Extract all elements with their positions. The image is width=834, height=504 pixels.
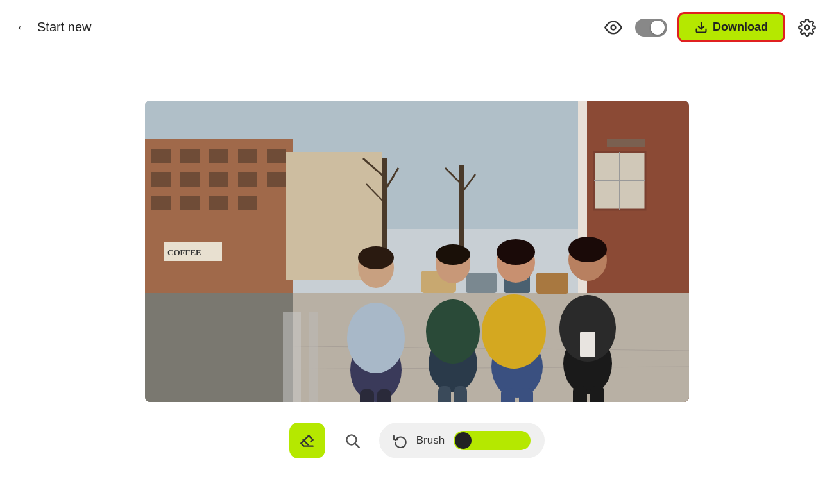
svg-rect-9 bbox=[209, 149, 228, 163]
main-content: COFFEE bbox=[0, 55, 834, 504]
svg-rect-18 bbox=[180, 196, 200, 210]
svg-point-52 bbox=[358, 246, 394, 269]
back-arrow-icon: ← bbox=[15, 19, 30, 36]
brush-size-slider[interactable] bbox=[454, 431, 531, 450]
eraser-tool-button[interactable] bbox=[289, 423, 325, 458]
svg-point-2 bbox=[805, 25, 810, 29]
svg-rect-6 bbox=[145, 139, 293, 306]
svg-line-83 bbox=[355, 444, 359, 448]
svg-rect-7 bbox=[151, 149, 171, 163]
start-new-label: Start new bbox=[37, 20, 91, 35]
header: ← Start new Download bbox=[0, 0, 834, 55]
brush-slider-knob bbox=[455, 432, 472, 449]
eraser-icon bbox=[299, 432, 316, 449]
svg-rect-20 bbox=[238, 196, 257, 210]
svg-rect-15 bbox=[238, 172, 257, 187]
svg-point-50 bbox=[347, 303, 405, 373]
eye-icon[interactable] bbox=[602, 16, 625, 39]
download-label: Download bbox=[713, 21, 768, 34]
svg-rect-53 bbox=[360, 389, 374, 402]
svg-rect-54 bbox=[377, 389, 391, 402]
svg-point-0 bbox=[611, 25, 616, 29]
svg-rect-35 bbox=[607, 139, 645, 147]
svg-point-76 bbox=[568, 237, 607, 262]
svg-rect-8 bbox=[180, 149, 200, 163]
svg-rect-77 bbox=[573, 386, 587, 402]
toggle-track[interactable] bbox=[635, 19, 667, 37]
brush-panel: Brush bbox=[379, 423, 545, 458]
search-icon bbox=[344, 432, 361, 449]
svg-text:COFFEE: COFFEE bbox=[167, 248, 201, 257]
svg-rect-69 bbox=[501, 388, 515, 402]
toggle-knob bbox=[651, 21, 665, 35]
svg-point-60 bbox=[436, 244, 470, 265]
brush-label: Brush bbox=[416, 434, 445, 447]
svg-rect-10 bbox=[238, 149, 257, 163]
svg-rect-17 bbox=[151, 196, 171, 210]
svg-rect-81 bbox=[580, 332, 595, 357]
svg-rect-42 bbox=[145, 293, 293, 402]
download-icon bbox=[695, 21, 708, 34]
image-container: COFFEE bbox=[145, 101, 689, 402]
svg-rect-11 bbox=[267, 149, 286, 163]
svg-rect-61 bbox=[438, 386, 451, 402]
svg-rect-13 bbox=[180, 172, 200, 187]
search-tool-button[interactable] bbox=[338, 426, 366, 455]
svg-rect-19 bbox=[209, 196, 228, 210]
svg-rect-48 bbox=[536, 273, 568, 294]
svg-rect-14 bbox=[209, 172, 228, 187]
svg-rect-44 bbox=[309, 312, 318, 402]
download-button[interactable]: Download bbox=[677, 12, 785, 42]
svg-rect-16 bbox=[267, 172, 286, 187]
toggle-switch[interactable] bbox=[635, 19, 667, 37]
svg-rect-46 bbox=[466, 273, 497, 293]
svg-rect-78 bbox=[590, 386, 604, 402]
header-right-controls: Download bbox=[602, 12, 819, 42]
undo-icon bbox=[393, 433, 407, 448]
svg-rect-62 bbox=[454, 386, 467, 402]
svg-rect-70 bbox=[519, 388, 533, 402]
svg-point-66 bbox=[482, 294, 546, 369]
toolbar: Brush bbox=[289, 423, 545, 458]
street-scene-image: COFFEE bbox=[145, 101, 689, 402]
svg-rect-43 bbox=[283, 312, 301, 402]
start-new-button[interactable]: ← Start new bbox=[15, 19, 91, 36]
svg-rect-12 bbox=[151, 172, 171, 187]
svg-point-58 bbox=[426, 299, 480, 364]
svg-point-68 bbox=[497, 239, 535, 265]
settings-icon[interactable] bbox=[796, 16, 819, 39]
undo-button[interactable] bbox=[393, 433, 407, 448]
